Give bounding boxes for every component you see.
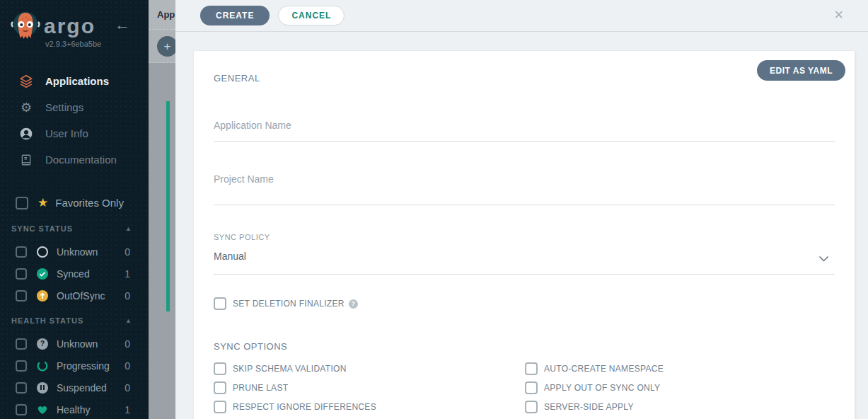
option-label: APPLY OUT OF SYNC ONLY: [544, 383, 660, 393]
filter-label: Healthy: [57, 404, 125, 415]
deletion-finalizer-label: SET DELETION FINALIZER: [233, 299, 345, 309]
favorites-label: Favorites Only: [55, 197, 124, 209]
filter-label: OutOfSync: [57, 290, 125, 302]
healthy-heart-icon: [37, 404, 48, 415]
application-tile-edge: [166, 101, 170, 311]
nav-label: User Info: [45, 127, 88, 139]
filter-checkbox[interactable]: [16, 360, 27, 372]
sync-options-title: SYNC OPTIONS: [214, 341, 287, 352]
general-card: GENERAL EDIT AS YAML SYNC POLICY Manual …: [193, 50, 855, 419]
option-checkbox[interactable]: [525, 362, 538, 375]
close-icon[interactable]: ×: [834, 6, 843, 24]
sidebar-nav: Applications ⚙ Settings User Info: [0, 68, 149, 173]
sidebar-item-user-info[interactable]: User Info: [0, 120, 149, 147]
deletion-finalizer-checkbox[interactable]: [214, 297, 226, 310]
cancel-button[interactable]: CANCEL: [278, 6, 345, 25]
option-skip-schema-validation: SKIP SCHEMA VALIDATION: [214, 362, 525, 375]
sidebar-item-documentation[interactable]: Documentation: [0, 147, 149, 173]
health-status-header: HEALTH STATUS ▲: [0, 316, 149, 325]
create-application-panel: CREATE CANCEL × GENERAL EDIT AS YAML SYN…: [175, 0, 868, 419]
option-checkbox[interactable]: [525, 381, 538, 394]
filter-row-outofsync: OutOfSync 0: [0, 285, 149, 306]
filter-checkbox[interactable]: [16, 404, 27, 415]
filter-label: Suspended: [57, 382, 125, 394]
sync-policy-select[interactable]: Manual: [214, 250, 835, 275]
option-label: RESPECT IGNORE DIFFERENCES: [233, 402, 376, 412]
health-status-title: HEALTH STATUS: [11, 316, 125, 325]
health-unknown-icon: ?: [37, 338, 48, 350]
option-checkbox[interactable]: [214, 401, 226, 413]
sidebar-item-settings[interactable]: ⚙ Settings: [0, 94, 149, 120]
option-auto-create-namespace: AUTO-CREATE NAMESPACE: [525, 362, 664, 375]
filter-checkbox[interactable]: [16, 382, 27, 394]
health-status-list: ? Unknown 0 Progressing 0 Suspended 0: [0, 333, 149, 419]
sidebar-header: argo v2.9.3+6eba5be ←: [0, 0, 149, 65]
filter-count: 0: [125, 290, 130, 302]
edit-as-yaml-button[interactable]: EDIT AS YAML: [757, 60, 845, 81]
brand-wordmark: argo: [44, 14, 96, 38]
filter-row-progressing: Progressing 0: [0, 355, 149, 377]
sync-status-header: SYNC STATUS ▲: [0, 224, 149, 233]
option-label: SKIP SCHEMA VALIDATION: [233, 364, 347, 374]
filter-row-health-unknown: ? Unknown 0: [0, 333, 149, 355]
deletion-finalizer-row: SET DELETION FINALIZER ?: [214, 297, 358, 310]
create-button[interactable]: CREATE: [200, 6, 270, 25]
collapse-sidebar-icon[interactable]: ←: [115, 16, 130, 34]
filter-checkbox[interactable]: [16, 268, 27, 280]
option-checkbox[interactable]: [525, 401, 538, 413]
sidebar: argo v2.9.3+6eba5be ← Applications ⚙ Set…: [0, 0, 149, 419]
filter-checkbox[interactable]: [16, 290, 27, 302]
sync-status-title: SYNC STATUS: [11, 224, 125, 233]
sync-policy-label: SYNC POLICY: [214, 233, 270, 241]
new-app-plus-button[interactable]: +: [157, 36, 178, 57]
favorites-filter: ★ Favorites Only: [0, 195, 149, 210]
application-name-input[interactable]: [214, 120, 835, 142]
sync-policy-value: Manual: [214, 251, 246, 262]
sync-options-left-column: SKIP SCHEMA VALIDATION PRUNE LAST RESPEC…: [214, 362, 525, 413]
help-icon: ?: [349, 299, 358, 309]
nav-label: Settings: [45, 101, 83, 113]
sync-options-grid: SKIP SCHEMA VALIDATION PRUNE LAST RESPEC…: [214, 362, 664, 413]
sidebar-item-applications[interactable]: Applications: [0, 68, 149, 94]
option-prune-last: PRUNE LAST: [214, 381, 525, 394]
sync-unknown-icon: [37, 246, 48, 258]
collapse-section-icon[interactable]: ▲: [125, 317, 132, 324]
applications-layers-icon: [17, 74, 35, 89]
favorites-checkbox[interactable]: [16, 197, 28, 210]
suspended-pause-icon: [37, 382, 48, 394]
chevron-down-icon: [818, 252, 829, 265]
gear-icon: ⚙: [17, 100, 35, 115]
panel-toolbar: CREATE CANCEL: [175, 0, 868, 32]
filter-count: 1: [125, 268, 130, 280]
filter-row-synced: Synced 1: [0, 263, 149, 285]
application-name-fieldwrap: [214, 119, 835, 142]
option-server-side-apply: SERVER-SIDE APPLY: [525, 401, 664, 413]
filter-row-healthy: Healthy 1: [0, 398, 149, 419]
progressing-spinner-icon: [37, 360, 48, 372]
nav-label: Applications: [45, 75, 109, 87]
option-label: AUTO-CREATE NAMESPACE: [544, 364, 664, 374]
filter-row-suspended: Suspended 0: [0, 377, 149, 398]
filter-label: Unknown: [57, 338, 125, 350]
out-of-sync-arrow-icon: [37, 290, 48, 302]
filter-count: 0: [125, 246, 130, 258]
collapse-section-icon[interactable]: ▲: [125, 225, 132, 232]
option-checkbox[interactable]: [214, 381, 226, 394]
filter-checkbox[interactable]: [16, 338, 27, 350]
argo-octopus-logo: [8, 9, 42, 47]
filter-count: 1: [125, 404, 130, 415]
filter-row-sync-unknown: Unknown 0: [0, 241, 149, 263]
filter-label: Synced: [57, 268, 125, 280]
option-label: PRUNE LAST: [233, 383, 288, 393]
nav-label: Documentation: [45, 154, 117, 166]
option-checkbox[interactable]: [214, 362, 226, 375]
filter-count: 0: [125, 360, 130, 372]
project-name-input[interactable]: [214, 173, 835, 205]
filter-label: Progressing: [57, 360, 125, 372]
synced-check-icon: [37, 268, 48, 280]
filter-checkbox[interactable]: [16, 246, 27, 258]
filter-label: Unknown: [57, 246, 125, 258]
version-label: v2.9.3+6eba5be: [45, 40, 101, 48]
option-apply-out-of-sync-only: APPLY OUT OF SYNC ONLY: [525, 381, 664, 394]
filter-count: 0: [125, 338, 130, 350]
